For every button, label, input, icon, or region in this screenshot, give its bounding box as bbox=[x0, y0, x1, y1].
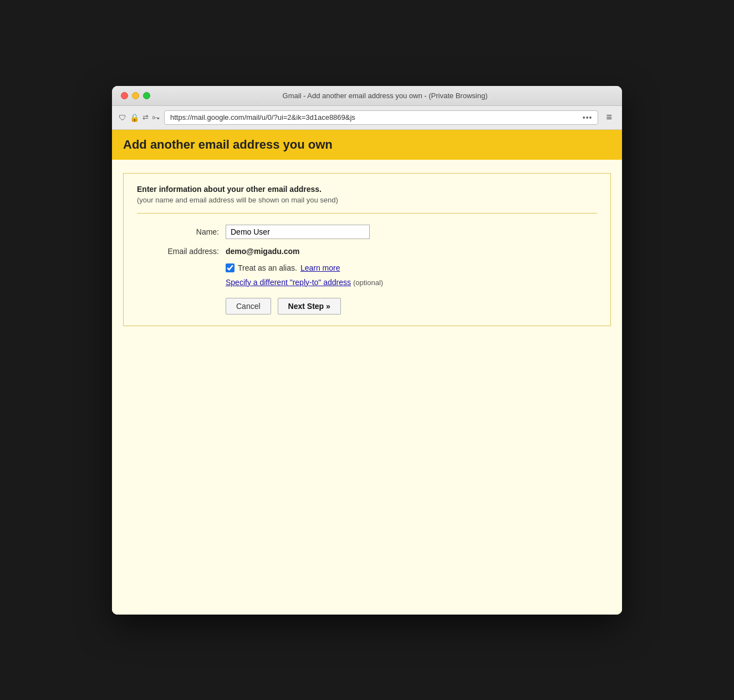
url-bar[interactable]: https://mail.google.com/mail/u/0/?ui=2&i… bbox=[164, 110, 598, 125]
next-step-button[interactable]: Next Step » bbox=[278, 298, 341, 315]
form-section: Enter information about your other email… bbox=[123, 173, 611, 326]
window-title: Gmail - Add another email address you ow… bbox=[157, 92, 613, 100]
form-container: Enter information about your other email… bbox=[112, 160, 622, 615]
address-bar-icons: 🛡 🔒 ⇄ 🗝 bbox=[119, 113, 160, 122]
reply-to-link[interactable]: Specify a different "reply-to" address bbox=[226, 278, 351, 287]
form-section-subtitle: (your name and email address will be sho… bbox=[137, 196, 597, 204]
browser-menu-icon[interactable]: ≡ bbox=[603, 110, 615, 124]
maximize-button[interactable] bbox=[143, 92, 150, 99]
main-content: Add another email address you own Enter … bbox=[112, 130, 622, 615]
cancel-button[interactable]: Cancel bbox=[226, 298, 271, 315]
form-section-title: Enter information about your other email… bbox=[137, 185, 597, 194]
url-more-icon: ••• bbox=[583, 113, 593, 122]
name-input[interactable] bbox=[226, 225, 370, 239]
traffic-lights bbox=[121, 92, 150, 99]
optional-label: (optional) bbox=[353, 278, 383, 287]
name-label: Name: bbox=[137, 227, 226, 236]
title-bar: Gmail - Add another email address you ow… bbox=[112, 86, 622, 106]
section-divider bbox=[137, 213, 597, 214]
browser-window: Gmail - Add another email address you ow… bbox=[112, 86, 622, 615]
minimize-button[interactable] bbox=[132, 92, 139, 99]
alias-checkbox[interactable] bbox=[226, 263, 235, 272]
lock-icon: 🔒 bbox=[130, 113, 139, 122]
email-value: demo@migadu.com bbox=[226, 247, 299, 256]
account-switch-icon: ⇄ bbox=[142, 113, 149, 121]
alias-label: Treat as an alias. bbox=[238, 263, 297, 272]
learn-more-link[interactable]: Learn more bbox=[300, 263, 340, 272]
alias-checkbox-row: Treat as an alias. Learn more bbox=[226, 263, 597, 272]
reply-to-row: Specify a different "reply-to" address (… bbox=[226, 278, 597, 287]
url-text: https://mail.google.com/mail/u/0/?ui=2&i… bbox=[170, 113, 355, 121]
page-header: Add another email address you own bbox=[112, 130, 622, 160]
buttons-row: Cancel Next Step » bbox=[226, 298, 597, 315]
address-bar: 🛡 🔒 ⇄ 🗝 https://mail.google.com/mail/u/0… bbox=[112, 106, 622, 130]
close-button[interactable] bbox=[121, 92, 128, 99]
name-row: Name: bbox=[137, 225, 597, 239]
email-label: Email address: bbox=[137, 247, 226, 256]
page-title: Add another email address you own bbox=[123, 138, 611, 152]
shield-icon: 🛡 bbox=[119, 113, 126, 122]
key-icon: 🗝 bbox=[152, 113, 160, 122]
email-row: Email address: demo@migadu.com bbox=[137, 247, 597, 256]
